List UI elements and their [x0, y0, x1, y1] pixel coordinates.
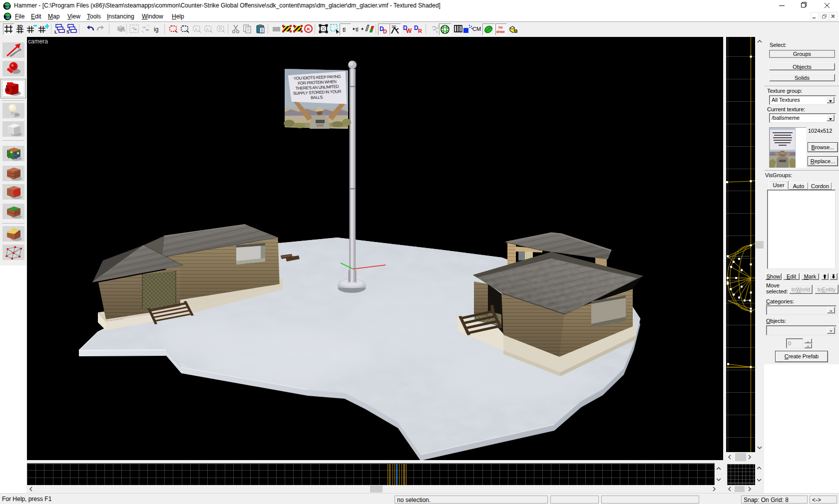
svg-text:R: R	[307, 27, 310, 31]
svg-text:BALLS.: BALLS.	[311, 94, 324, 100]
svg-text:3D: 3D	[17, 24, 23, 29]
svg-text:draw: draw	[496, 30, 505, 33]
svg-text:L: L	[54, 29, 57, 34]
svg-text:a: a	[195, 27, 197, 31]
svg-text:a: a	[206, 27, 209, 31]
svg-text:CM: CM	[472, 26, 481, 32]
svg-text:ig: ig	[154, 26, 158, 33]
svg-text:tl: tl	[356, 26, 359, 32]
svg-text:no: no	[498, 25, 503, 29]
svg-text:S: S	[66, 29, 69, 34]
svg-text:W: W	[406, 27, 412, 34]
svg-text:D: D	[383, 28, 387, 34]
svg-text:R: R	[418, 28, 422, 34]
svg-text:tl: tl	[343, 26, 346, 33]
